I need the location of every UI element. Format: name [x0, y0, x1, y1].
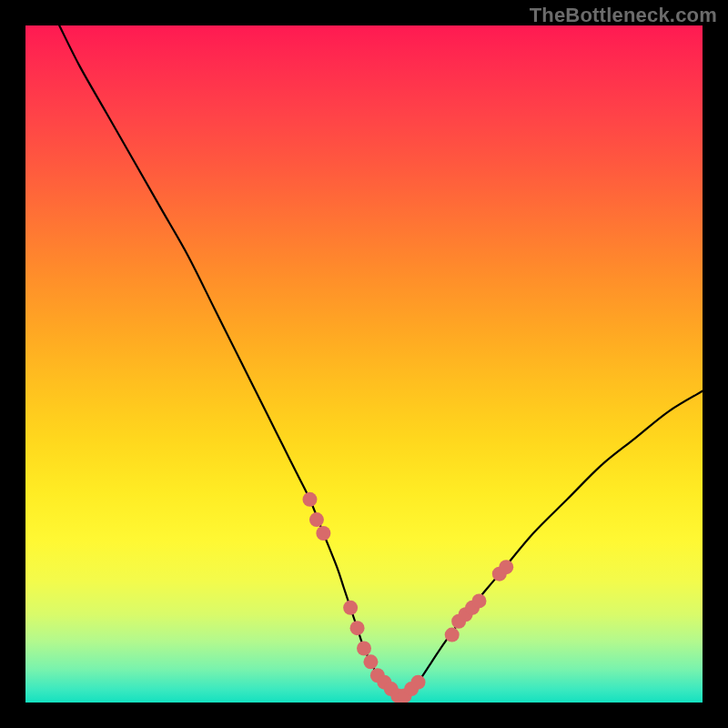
data-point — [302, 492, 317, 507]
data-point — [309, 512, 324, 527]
data-points-group — [302, 492, 513, 703]
data-point — [363, 654, 378, 669]
data-point — [471, 593, 486, 608]
data-point — [499, 560, 513, 574]
data-point — [445, 628, 460, 642]
watermark: TheBottleneck.com — [530, 4, 717, 27]
data-point — [411, 675, 426, 690]
data-point — [343, 601, 358, 615]
data-point — [357, 641, 371, 655]
data-point — [316, 526, 330, 541]
bottleneck-curve — [59, 25, 703, 696]
chart-overlay-svg — [25, 25, 703, 703]
data-point — [350, 621, 365, 635]
chart-plot-area — [25, 25, 703, 703]
